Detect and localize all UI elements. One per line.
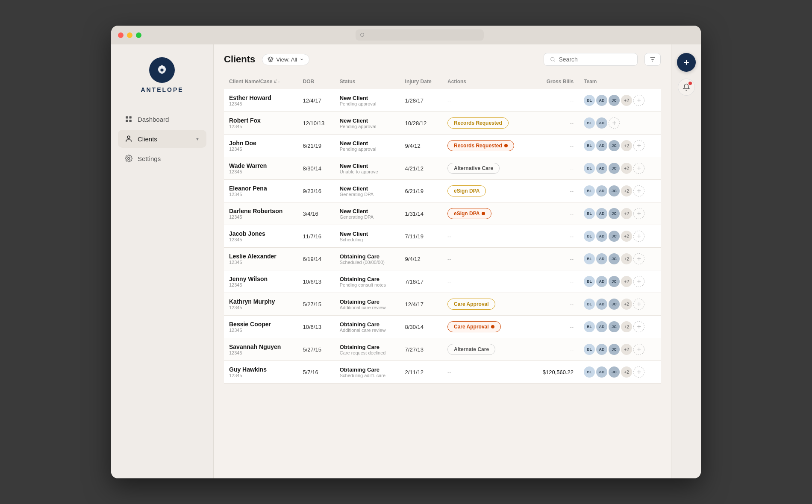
- add-button[interactable]: [677, 53, 696, 72]
- sidebar-item-clients[interactable]: Clients ▼: [118, 130, 206, 148]
- add-team-member-btn[interactable]: +: [633, 344, 644, 355]
- add-team-member-btn[interactable]: +: [633, 140, 644, 151]
- action-badge[interactable]: Alternate Care: [447, 344, 495, 355]
- case-number: 12345: [229, 305, 293, 310]
- add-team-member-btn[interactable]: +: [633, 185, 644, 196]
- table-row[interactable]: Bessie Cooper1234510/6/13Obtaining CareA…: [224, 316, 661, 338]
- svg-rect-3: [126, 116, 128, 118]
- client-cell: Eleanor Pena12345: [224, 180, 298, 202]
- client-name: Leslie Alexander: [229, 253, 293, 260]
- add-team-member-btn[interactable]: +: [633, 321, 644, 332]
- gross-bills-cell: --: [531, 135, 579, 157]
- gross-bills-value: --: [570, 165, 574, 172]
- add-team-member-btn[interactable]: +: [633, 299, 644, 310]
- gross-bills-cell: --: [531, 157, 579, 180]
- status-sub: Scheduling: [340, 237, 395, 242]
- team-cell: BLADJC+2+: [579, 157, 661, 180]
- col-client[interactable]: Client Name/Case #: [224, 74, 298, 89]
- table-row[interactable]: Darlene Robertson123453/4/16New ClientGe…: [224, 202, 661, 225]
- add-team-member-btn[interactable]: +: [633, 366, 644, 378]
- table-row[interactable]: Guy Hawkins123455/7/16Obtaining CareSche…: [224, 361, 661, 384]
- table-row[interactable]: John Doe123456/21/19New ClientPending ap…: [224, 135, 661, 157]
- table-row[interactable]: Eleanor Pena123459/23/16New ClientGenera…: [224, 180, 661, 202]
- action-badge[interactable]: Care Approval: [447, 299, 495, 310]
- notification-dot: [688, 82, 692, 85]
- gross-bills-value: --: [570, 211, 574, 217]
- status-main: Obtaining Care: [340, 253, 395, 260]
- avatar-bl: BL: [584, 344, 595, 355]
- dob-cell: 3/4/16: [298, 202, 335, 225]
- gross-bills-value: --: [570, 346, 574, 353]
- gross-bills-value: $120,560.22: [543, 369, 574, 375]
- sidebar-item-settings[interactable]: Settings: [118, 149, 206, 167]
- nav-items: Dashboard Clients ▼ Settings: [111, 110, 213, 169]
- client-cell: Darlene Robertson12345: [224, 202, 298, 225]
- view-filter-btn[interactable]: View: All: [262, 54, 309, 65]
- status-sub: Additional care review: [340, 328, 395, 333]
- add-team-member-btn[interactable]: +: [633, 231, 644, 242]
- sidebar-item-dashboard[interactable]: Dashboard: [118, 110, 206, 128]
- table-row[interactable]: Esther Howard1234512/4/17New ClientPendi…: [224, 89, 661, 112]
- add-team-member-btn[interactable]: +: [633, 163, 644, 174]
- add-team-member-btn[interactable]: +: [633, 276, 644, 287]
- view-filter-label: View: All: [276, 56, 297, 63]
- table-row[interactable]: Savannah Nguyen123455/27/15Obtaining Car…: [224, 338, 661, 361]
- table-row[interactable]: Jacob Jones1234511/7/16New ClientSchedul…: [224, 225, 661, 248]
- svg-rect-5: [126, 120, 128, 122]
- client-name: Jenny Wilson: [229, 275, 293, 282]
- table-row[interactable]: Leslie Alexander123456/19/14Obtaining Ca…: [224, 248, 661, 270]
- injury-date-cell: 1/31/14: [400, 202, 442, 225]
- status-cell: Obtaining CareScheduled (00/00/00): [335, 248, 400, 270]
- search-icon: [550, 56, 555, 62]
- gross-bills-value: --: [570, 143, 574, 149]
- dob-cell: 10/6/13: [298, 316, 335, 338]
- injury-date-cell: 12/4/17: [400, 293, 442, 316]
- no-action: --: [447, 233, 451, 240]
- avatar-bl: BL: [584, 163, 595, 174]
- filter-button[interactable]: [644, 53, 661, 66]
- notification-button[interactable]: [678, 79, 695, 96]
- avatar-more: +2: [621, 253, 632, 264]
- svg-line-1: [363, 36, 364, 37]
- add-team-member-btn[interactable]: +: [609, 117, 620, 129]
- clients-arrow: ▼: [195, 137, 200, 141]
- action-badge[interactable]: eSign DPA: [447, 208, 491, 219]
- search-input[interactable]: [559, 56, 631, 63]
- table-row[interactable]: Kathryn Murphy123455/27/15Obtaining Care…: [224, 293, 661, 316]
- injury-date-cell: 1/28/17: [400, 89, 442, 112]
- status-main: New Client: [340, 95, 395, 101]
- client-cell: John Doe12345: [224, 135, 298, 157]
- client-cell: Leslie Alexander12345: [224, 248, 298, 270]
- maximize-btn[interactable]: [136, 32, 141, 38]
- client-cell: Esther Howard12345: [224, 89, 298, 112]
- logo-area: ANTELOPE: [141, 57, 183, 93]
- gross-bills-value: --: [570, 188, 574, 194]
- table-row[interactable]: Jenny Wilson1234510/6/13Obtaining CarePe…: [224, 270, 661, 293]
- avatar-ad: AD: [596, 276, 607, 287]
- injury-date-cell: 9/4/12: [400, 248, 442, 270]
- status-cell: New ClientUnable to approve: [335, 157, 400, 180]
- status-cell: Obtaining CareAdditional care review: [335, 316, 400, 338]
- minimize-btn[interactable]: [127, 32, 132, 38]
- avatar-more: +2: [621, 95, 632, 106]
- table-header-row: Client Name/Case # DOB Status Injury Dat…: [224, 74, 661, 89]
- action-badge[interactable]: Records Requested: [447, 117, 509, 129]
- status-cell: New ClientGenerating DPA: [335, 202, 400, 225]
- add-team-member-btn[interactable]: +: [633, 208, 644, 219]
- status-main: New Client: [340, 231, 395, 237]
- action-badge[interactable]: Alternative Care: [447, 163, 500, 174]
- search-bar[interactable]: [544, 53, 638, 66]
- case-number: 12345: [229, 147, 293, 152]
- status-main: Obtaining Care: [340, 299, 395, 305]
- action-badge[interactable]: Records Requested: [447, 140, 514, 151]
- add-team-member-btn[interactable]: +: [633, 95, 644, 106]
- team-cell: BLADJC+2+: [579, 180, 661, 202]
- case-number: 12345: [229, 101, 293, 106]
- action-badge[interactable]: Care Approval: [447, 321, 501, 332]
- table-row[interactable]: Wade Warren123458/30/14New ClientUnable …: [224, 157, 661, 180]
- action-badge[interactable]: eSign DPA: [447, 185, 486, 196]
- table-row[interactable]: Robert Fox1234512/10/13New ClientPending…: [224, 112, 661, 135]
- close-btn[interactable]: [118, 32, 124, 38]
- add-team-member-btn[interactable]: +: [633, 253, 644, 264]
- client-cell: Jenny Wilson12345: [224, 270, 298, 293]
